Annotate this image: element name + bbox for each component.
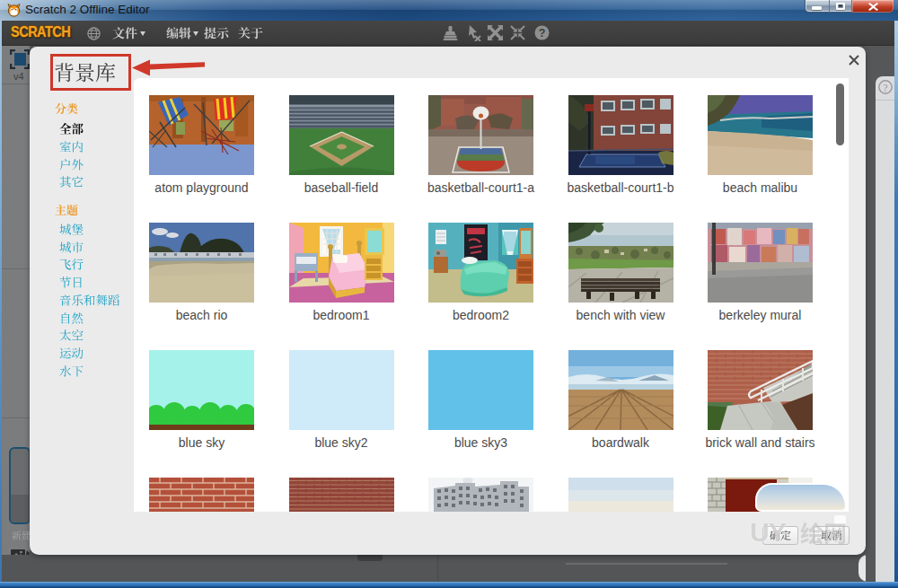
svg-text:?: ? xyxy=(539,27,546,39)
svg-text:?: ? xyxy=(883,82,887,94)
